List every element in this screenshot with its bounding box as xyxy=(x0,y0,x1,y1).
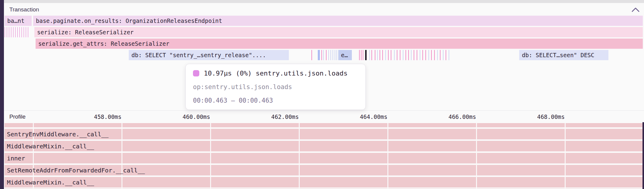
axis-gridline xyxy=(210,153,211,163)
flamegraph-frame-row[interactable]: inner xyxy=(5,153,643,163)
time-axis-tick-label: 460.00ms xyxy=(171,113,210,120)
axis-gridline xyxy=(299,141,300,151)
axis-gridline xyxy=(387,123,388,127)
axis-gridline xyxy=(565,165,566,175)
tooltip-title-row: 10.97µs (0%) sentry.utils.json.loads xyxy=(193,70,358,77)
axis-gridline xyxy=(565,153,566,163)
axis-gridline xyxy=(122,123,122,127)
flamegraph-frame-row[interactable]: MiddlewareMixin.__call__ xyxy=(5,141,643,151)
flamegraph-frame-row[interactable]: SetRemoteAddrFromForwardedFor.__call__ xyxy=(5,165,643,175)
axis-gridline xyxy=(476,129,477,139)
frame-label: inner xyxy=(7,153,25,163)
tooltip-op: op:sentry.utils.json.loads xyxy=(193,83,358,91)
frame-label: SentryEnvMiddleware.__call__ xyxy=(7,129,109,139)
axis-gridline xyxy=(122,153,122,163)
axis-gridline xyxy=(122,177,122,187)
span-tooltip: 10.97µs (0%) sentry.utils.json.loads op:… xyxy=(185,64,366,110)
time-axis-tick-label: 462.00ms xyxy=(259,113,299,120)
axis-gridline xyxy=(210,123,211,127)
flamegraph-frame-row[interactable]: MiddlewareMixin.__call__ xyxy=(5,177,643,187)
axis-gridline xyxy=(387,177,388,187)
axis-gridline xyxy=(33,123,34,127)
axis-gridline xyxy=(210,129,211,139)
axis-gridline xyxy=(299,153,300,163)
tooltip-title: 10.97µs (0%) sentry.utils.json.loads xyxy=(204,70,348,77)
axis-gridline xyxy=(565,129,566,139)
frame-label: MiddlewareMixin.__call__ xyxy=(7,141,94,151)
time-axis-tick-label: 468.00ms xyxy=(525,113,565,120)
axis-gridline xyxy=(476,153,477,163)
tooltip-time-range: 00:00.463 — 00:00.463 xyxy=(193,97,358,104)
axis-gridline xyxy=(565,141,566,151)
time-axis-tick-label: 464.00ms xyxy=(348,113,387,120)
time-axis-tick-label: 458.00ms xyxy=(82,113,122,120)
flamegraph-frame-row[interactable]: SentryEnvMiddleware.__call__ xyxy=(5,129,643,139)
axis-gridline xyxy=(299,165,300,175)
left-panel-edge xyxy=(0,0,4,189)
axis-gridline xyxy=(476,177,477,187)
axis-gridline xyxy=(210,141,211,151)
axis-gridline xyxy=(122,129,122,139)
axis-gridline xyxy=(476,141,477,151)
axis-gridline xyxy=(387,153,388,163)
axis-gridline xyxy=(210,177,211,187)
frame-label: SetRemoteAddrFromForwardedFor.__call__ xyxy=(7,165,145,175)
span-color-swatch xyxy=(193,70,199,76)
axis-gridline xyxy=(565,177,566,187)
axis-gridline xyxy=(299,123,300,127)
axis-gridline xyxy=(387,129,388,139)
axis-gridline xyxy=(565,123,566,127)
right-panel-edge xyxy=(642,122,644,189)
axis-gridline xyxy=(122,141,122,151)
time-axis-tick-label: 466.00ms xyxy=(437,113,476,120)
frame-label: MiddlewareMixin.__call__ xyxy=(7,177,94,187)
axis-gridline xyxy=(387,141,388,151)
axis-gridline xyxy=(476,165,477,175)
axis-gridline xyxy=(387,165,388,175)
profiling-transaction-view: Transaction ba…ntbase.paginate.on_result… xyxy=(0,0,644,189)
axis-gridline xyxy=(299,177,300,187)
axis-gridline xyxy=(299,129,300,139)
flamegraph-frame-row[interactable] xyxy=(5,123,643,127)
axis-gridline xyxy=(33,153,34,163)
axis-gridline xyxy=(476,123,477,127)
axis-gridline xyxy=(210,165,211,175)
